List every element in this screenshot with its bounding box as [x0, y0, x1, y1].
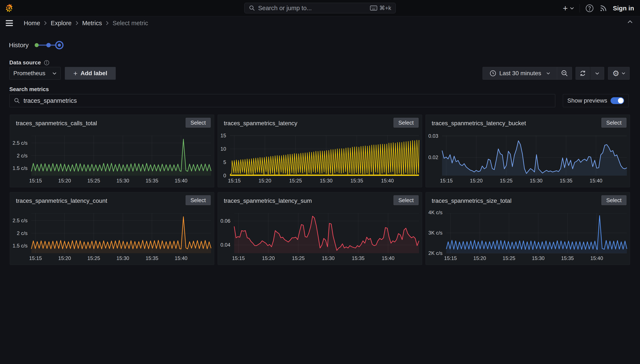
datasource-label-row: Data source [9, 59, 50, 66]
plus-icon: + [563, 4, 568, 12]
x-axis-tick-label: 15:15 [223, 178, 246, 184]
refresh-interval-dropdown[interactable] [590, 67, 604, 80]
metric-panels-grid: traces_spanmetrics_calls_total Select 1.… [10, 114, 630, 265]
help-icon [585, 4, 594, 12]
x-axis-tick-label: 15:25 [82, 178, 105, 184]
metric-panel: traces_spanmetrics_calls_total Select 1.… [10, 114, 214, 187]
metric-chart: 05101515:1515:2015:2515:3015:3515:40 [218, 115, 422, 187]
chevron-down-icon [570, 7, 574, 10]
history-step-1 [35, 43, 39, 47]
chevron-down-icon [622, 72, 626, 74]
datasource-value: Prometheus [13, 70, 45, 77]
x-axis-tick-label: 15:35 [140, 255, 164, 261]
chevron-down-icon [546, 72, 550, 74]
y-axis-tick-label: 15 [218, 133, 226, 138]
breadcrumb: Home Explore Metrics Select metric [24, 16, 148, 30]
chevron-right-icon [44, 21, 47, 26]
zoom-out-icon [561, 70, 568, 77]
chevron-right-icon [106, 21, 109, 26]
plus-icon: + [73, 70, 78, 77]
help-button[interactable] [585, 4, 594, 12]
x-axis-tick-label: 15:35 [554, 178, 578, 184]
metric-search-value: traces_spanmetrics [24, 97, 77, 104]
search-icon [14, 98, 20, 104]
x-axis-tick-label: 15:40 [169, 178, 193, 184]
x-axis-tick-label: 15:30 [111, 178, 134, 184]
new-menu-button[interactable]: + [563, 4, 574, 12]
metric-panel: traces_spanmetrics_size_total Select 2K … [426, 192, 630, 265]
y-axis-tick-label: 5 [218, 159, 226, 165]
news-button[interactable] [599, 4, 607, 12]
y-axis-tick-label: 0.03 [426, 133, 438, 139]
x-axis-tick-label: 15:30 [524, 178, 548, 184]
metric-chart: 0.040.0615:1515:2015:2515:3015:3515:40 [218, 192, 422, 265]
search-icon [249, 5, 255, 11]
y-axis-tick-label: 2.5 c/s [10, 218, 28, 224]
x-axis-tick-label: 15:40 [376, 178, 399, 184]
rss-icon [599, 4, 607, 12]
x-axis-tick-label: 15:40 [169, 255, 193, 261]
breadcrumb-explore[interactable]: Explore [51, 20, 72, 27]
topbar-divider [580, 4, 580, 12]
top-navbar: Search or jump to... ⌘+k + [0, 0, 640, 16]
x-axis-tick-label: 15:35 [556, 255, 579, 261]
x-axis-tick-label: 15:25 [498, 255, 521, 261]
history-row: History [9, 40, 66, 50]
x-axis-tick-label: 15:30 [316, 255, 340, 261]
y-axis-tick-label: 2.5 c/s [10, 140, 28, 146]
time-range-picker[interactable]: Last 30 minutes [482, 67, 557, 80]
x-axis-tick-label: 15:40 [376, 255, 400, 261]
metric-panel: traces_spanmetrics_latency Select 051015… [218, 114, 422, 187]
x-axis-tick-label: 15:25 [494, 178, 518, 184]
metric-search-input[interactable]: traces_spanmetrics [9, 94, 555, 107]
metric-chart: 2K c/s3K c/s4K c/s15:1515:2015:2515:3015… [426, 192, 630, 265]
breadcrumb-metrics[interactable]: Metrics [82, 20, 102, 27]
y-axis-tick-label: 1.5 c/s [10, 243, 28, 249]
settings-button[interactable]: ⚙ [608, 67, 630, 80]
history-timeline[interactable] [34, 40, 66, 51]
sign-in-link[interactable]: Sign in [613, 5, 634, 12]
show-previews-toggle[interactable] [610, 97, 624, 104]
x-axis-tick-label: 15:35 [140, 178, 164, 184]
y-axis-tick-label: 3K c/s [426, 230, 442, 236]
breadcrumb-current: Select metric [112, 20, 148, 27]
metric-chart: 1.5 c/s2 c/s2.5 c/s15:1515:2015:2515:301… [10, 192, 214, 265]
x-axis-tick-label: 15:25 [284, 178, 307, 184]
global-search-input[interactable]: Search or jump to... ⌘+k [244, 3, 396, 13]
add-label-button[interactable]: + Add label [65, 67, 116, 80]
chevron-right-icon [76, 21, 78, 26]
x-axis-tick-label: 15:15 [24, 178, 47, 184]
y-axis-tick-label: 1.5 c/s [10, 165, 28, 171]
collapse-panel-button[interactable] [627, 20, 633, 24]
breadcrumb-home[interactable]: Home [24, 20, 40, 27]
y-axis-tick-label: 4K c/s [426, 210, 442, 216]
x-axis-tick-label: 15:25 [287, 255, 310, 261]
x-axis-tick-label: 15:15 [227, 255, 250, 261]
show-previews-label: Show previews [567, 97, 607, 104]
datasource-picker[interactable]: Prometheus [9, 67, 60, 80]
chevron-down-icon [52, 72, 56, 75]
menu-toggle-button[interactable] [6, 20, 13, 26]
search-metrics-label: Search metrics [9, 86, 49, 92]
history-label: History [9, 42, 28, 49]
x-axis-tick-label: 15:20 [257, 255, 280, 261]
history-step-2 [46, 43, 51, 48]
x-axis-tick-label: 15:20 [253, 178, 276, 184]
info-icon[interactable] [44, 60, 50, 66]
refresh-button[interactable] [576, 67, 590, 80]
x-axis-tick-label: 15:20 [53, 255, 76, 261]
metric-chart: 0.020.0315:1515:2015:2515:3015:3515:40 [426, 115, 630, 187]
metric-chart: 1.5 c/s2 c/s2.5 c/s15:1515:2015:2515:301… [10, 115, 214, 187]
y-axis-tick-label: 0.04 [218, 242, 230, 248]
x-axis-tick-label: 15:30 [111, 255, 134, 261]
zoom-out-button[interactable] [557, 67, 572, 80]
x-axis-tick-label: 15:20 [53, 178, 76, 184]
y-axis-tick-label: 10 [218, 146, 226, 152]
grafana-logo[interactable] [6, 4, 13, 13]
y-axis-tick-label: 2 c/s [10, 230, 28, 236]
time-controls: Last 30 minutes [482, 67, 572, 80]
x-axis-tick-label: 15:40 [584, 178, 608, 184]
x-axis-tick-label: 15:20 [464, 178, 488, 184]
x-axis-tick-label: 15:35 [346, 255, 370, 261]
gear-icon: ⚙ [612, 70, 619, 77]
